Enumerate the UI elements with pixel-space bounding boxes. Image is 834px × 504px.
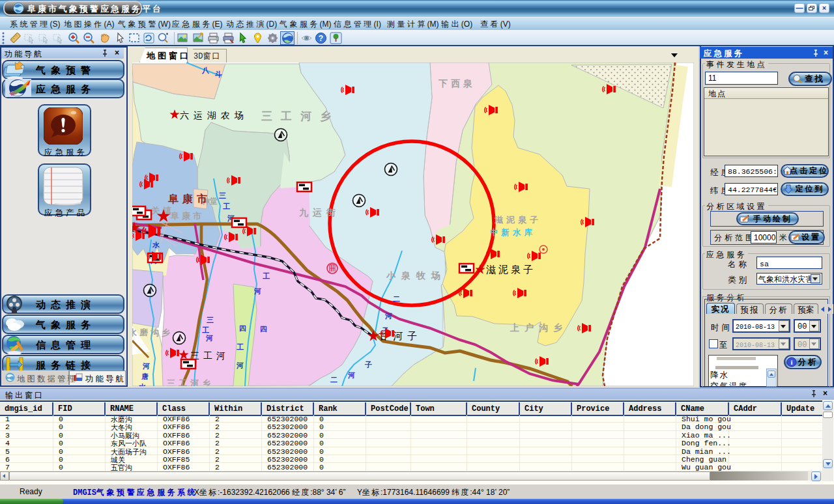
svg-text:水磨沟乡: 水磨沟乡	[132, 328, 173, 337]
svg-text:中新水库: 中新水库	[490, 228, 536, 237]
svg-text:下西泉: 下西泉	[438, 78, 476, 89]
svg-text:河: 河	[142, 362, 150, 370]
svg-text:河: 河	[384, 312, 392, 320]
svg-text:工: 工	[237, 343, 244, 351]
svg-text:三工河乡: 三工河乡	[167, 378, 214, 386]
svg-text:斗: 斗	[214, 70, 222, 78]
svg-text:二: 二	[393, 295, 400, 303]
svg-text:河: 河	[253, 287, 261, 295]
svg-text:三工河乡: 三工河乡	[261, 110, 339, 122]
svg-text:阜康市: 阜康市	[167, 193, 211, 204]
svg-text:工: 工	[263, 272, 270, 280]
svg-text:三: 三	[219, 191, 226, 199]
svg-text:九运街: 九运街	[298, 207, 340, 217]
svg-text:八: 八	[201, 66, 210, 74]
svg-text:阜康市: 阜康市	[170, 211, 204, 221]
svg-text:三: 三	[207, 316, 214, 324]
svg-text:河: 河	[347, 371, 355, 379]
svg-text:滋泥泉子: 滋泥泉子	[486, 264, 536, 275]
svg-text:水: 水	[152, 241, 160, 249]
svg-text:上户沟乡: 上户沟乡	[510, 322, 568, 333]
svg-text:滋泥泉子: 滋泥泉子	[494, 215, 541, 225]
svg-text:河: 河	[236, 361, 244, 369]
svg-text:甘河子: 甘河子	[379, 330, 422, 341]
svg-text:?: ?	[319, 34, 323, 43]
svg-text:水: 水	[138, 383, 147, 386]
svg-text:工: 工	[202, 326, 209, 334]
svg-text:i: i	[790, 358, 792, 366]
svg-text:工: 工	[223, 203, 230, 210]
svg-text:河: 河	[205, 334, 213, 342]
svg-text:小泉牧场: 小泉牧场	[386, 270, 446, 281]
svg-text:六运湖农场: 六运湖农场	[180, 110, 248, 120]
svg-text:唐: 唐	[141, 372, 149, 380]
svg-text:四: 四	[239, 324, 246, 332]
svg-text:四: 四	[260, 325, 267, 333]
svg-text:子: 子	[364, 361, 372, 369]
svg-text:二: 二	[330, 376, 338, 384]
